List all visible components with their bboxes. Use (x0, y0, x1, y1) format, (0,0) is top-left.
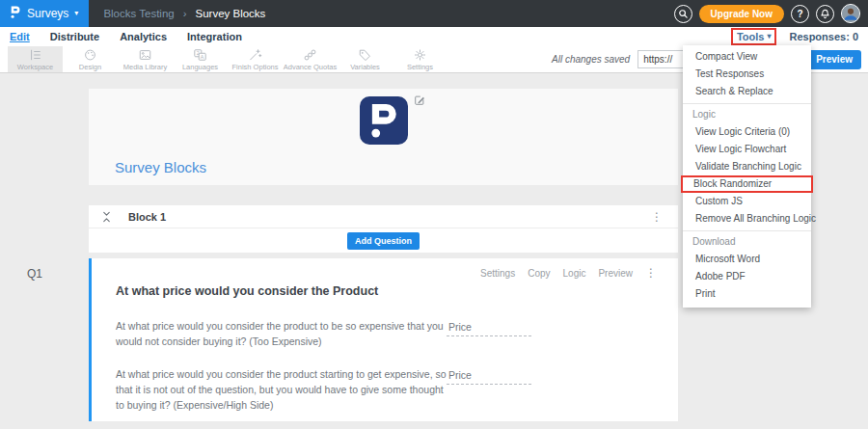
menu-item-validate-branching-logic[interactable]: Validate Branching Logic (683, 158, 811, 175)
question-title[interactable]: At what price would you consider the Pro… (116, 284, 378, 298)
workspace-icon (27, 48, 43, 62)
settings-icon (412, 48, 428, 62)
survey-title[interactable]: Survey Blocks (115, 159, 206, 175)
price-input-2[interactable] (447, 369, 531, 385)
preview-button-label: Preview (816, 54, 853, 65)
toolbar-item-label: Workspace (17, 63, 53, 71)
help-button[interactable]: ? (791, 5, 809, 23)
menu-section-header-logic: Logic (683, 106, 811, 123)
svg-text:2: 2 (197, 50, 200, 56)
menu-item-custom-js[interactable]: Custom JS (683, 193, 811, 210)
question-logic-link[interactable]: Logic (563, 268, 586, 279)
menu-item-adobe-pdf[interactable]: Adobe PDF (683, 268, 811, 285)
svg-text:A: A (201, 53, 204, 59)
brand-name: Surveys (27, 7, 68, 20)
toolbar-item-settings[interactable]: Settings (393, 46, 448, 72)
add-question-button[interactable]: Add Question (347, 232, 420, 250)
toolbar-item-advance-quotas[interactable]: Advance Quotas (283, 46, 338, 72)
annotation-box-tools: Tools ▾ (731, 28, 777, 45)
media-library-icon (137, 48, 153, 62)
design-icon (82, 48, 98, 62)
menu-item-search-replace[interactable]: Search & Replace (683, 83, 811, 100)
tools-menu-section-logic: Logic View Logic Criteria (0) View Logic… (683, 103, 811, 228)
breadcrumb-parent[interactable]: Blocks Testing (103, 8, 174, 19)
survey-logo-icon (367, 101, 400, 140)
tools-menu-section-download: Download Microsoft Word Adobe PDF Print (683, 230, 811, 303)
upgrade-now-button[interactable]: Upgrade Now (699, 5, 784, 23)
avatar-person-icon (842, 5, 859, 22)
survey-header-card: Survey Blocks (89, 89, 678, 185)
question-preview-link[interactable]: Preview (598, 268, 633, 279)
tools-dropdown-menu: Compact View Test Responses Search & Rep… (683, 45, 811, 308)
notifications-button[interactable] (816, 5, 834, 23)
breadcrumb-separator-icon: › (183, 8, 187, 19)
question-sub-row: At what price would you consider the pro… (116, 366, 656, 413)
tab-integration[interactable]: Integration (187, 31, 242, 42)
languages-icon: 2 A (192, 48, 208, 62)
toolbar-item-design[interactable]: Design (63, 46, 118, 72)
toolbar-item-label: Advance Quotas (284, 63, 337, 71)
menu-item-compact-view[interactable]: Compact View (683, 48, 811, 66)
question-card: Settings Copy Logic Preview ⋮ At what pr… (89, 258, 678, 421)
responses-count[interactable]: Responses: 0 (789, 31, 858, 42)
question-copy-link[interactable]: Copy (528, 268, 550, 279)
add-question-row: Add Question (89, 228, 678, 253)
toolbar-item-label: Media Library (123, 63, 167, 71)
block-title[interactable]: Block 1 (128, 211, 166, 223)
toolbar-item-label: Finish Options (232, 63, 279, 71)
menu-item-view-logic-flowchart[interactable]: View Logic Flowchart (683, 141, 811, 158)
top-bar: Surveys ▾ Blocks Testing › Survey Blocks… (0, 0, 868, 27)
question-number: Q1 (27, 267, 42, 281)
topbar-actions: Upgrade Now ? (674, 4, 868, 23)
edit-pencil-icon (414, 94, 425, 106)
menu-section-header-download: Download (683, 233, 811, 251)
brand-logo-icon (10, 5, 21, 23)
menu-item-remove-all-branching-logic[interactable]: Remove All Branching Logic (683, 210, 811, 228)
toolbar-item-variables[interactable]: Variables (338, 46, 393, 72)
chevron-down-icon: ▾ (74, 10, 78, 17)
sub-question-text: At what price would you consider the pro… (116, 366, 448, 413)
question-actions: Settings Copy Logic Preview ⋮ (480, 266, 657, 280)
finish-options-icon (247, 48, 263, 62)
block-kebab-menu[interactable]: ⋮ (651, 210, 663, 224)
menubar-right: Tools ▾ Responses: 0 (731, 28, 868, 45)
tab-edit[interactable]: Edit (10, 31, 30, 42)
menu-item-block-randomizer[interactable]: Block Randomizer (681, 175, 813, 193)
collapse-icon (101, 211, 112, 223)
toolbar-item-languages[interactable]: 2 A Languages (173, 46, 228, 72)
tools-menu-section: Compact View Test Responses Search & Rep… (683, 48, 811, 100)
advance-quotas-icon (302, 48, 318, 62)
toolbar-item-label: Design (79, 63, 101, 71)
menu-item-test-responses[interactable]: Test Responses (683, 66, 811, 83)
tab-distribute[interactable]: Distribute (50, 31, 99, 42)
toolbar-item-label: Languages (182, 63, 218, 71)
menu-item-print[interactable]: Print (683, 285, 811, 303)
search-button[interactable] (674, 5, 692, 23)
breadcrumb: Blocks Testing › Survey Blocks (103, 8, 265, 19)
search-icon (678, 9, 689, 19)
question-sub-row: At what price would you consider the pro… (116, 318, 656, 349)
toolbar-item-media-library[interactable]: Media Library (118, 46, 173, 72)
toolbar-item-label: Settings (407, 63, 433, 71)
question-settings-link[interactable]: Settings (480, 268, 515, 279)
block-header: Block 1 ⋮ (89, 205, 678, 228)
chevron-down-icon: ▾ (767, 33, 771, 40)
question-kebab-menu[interactable]: ⋮ (645, 266, 657, 280)
toolbar-item-finish-options[interactable]: Finish Options (228, 46, 283, 72)
bell-icon (820, 9, 830, 19)
help-icon: ? (797, 9, 802, 19)
collapse-block-button[interactable] (101, 211, 112, 223)
edit-logo-button[interactable] (414, 93, 425, 110)
toolbar-item-label: Variables (350, 63, 380, 71)
menu-item-microsoft-word[interactable]: Microsoft Word (683, 251, 811, 268)
toolbar-item-workspace[interactable]: Workspace (8, 46, 63, 72)
save-status-text: All changes saved (552, 54, 630, 65)
tab-analytics[interactable]: Analytics (120, 31, 167, 42)
price-input-1[interactable] (447, 321, 531, 336)
menu-item-view-logic-criteria[interactable]: View Logic Criteria (0) (683, 123, 811, 141)
survey-logo (360, 96, 408, 145)
variables-icon (357, 48, 373, 62)
brand-surveys-menu[interactable]: Surveys ▾ (0, 0, 89, 27)
tools-menu-button[interactable]: Tools (737, 31, 765, 42)
user-avatar[interactable] (841, 4, 860, 23)
